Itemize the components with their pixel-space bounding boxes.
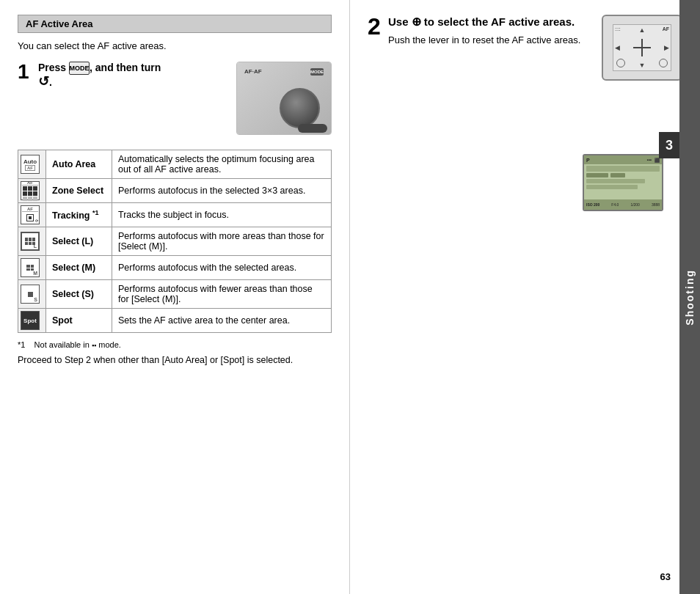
left-panel: AF Active Area You can select the AF act… <box>0 0 350 594</box>
dial-symbol: ↺ <box>38 74 49 89</box>
vf-circle-left <box>616 59 625 67</box>
mode-button: MODE <box>69 62 90 75</box>
step1-container: 1 AF·AF MODE Press MODE, and then turn ↺… <box>18 62 332 139</box>
step2-container: 2 AF :::: ▶ ◀ ▲ ▼ <box>368 15 682 87</box>
zone-select-name: Zone Select <box>46 179 112 203</box>
step1-number: 1 <box>18 62 32 82</box>
section-header: AF Active Area <box>18 15 332 33</box>
select-l-name: Select (L) <box>46 227 112 256</box>
auto-area-icon-cell: Auto AF <box>18 150 46 179</box>
tracking-icon-cell: AF ⟳ <box>18 203 46 227</box>
spot-icon-cell: Spot <box>18 309 46 333</box>
vf-circle-right <box>659 59 668 67</box>
zone-select-icon-cell: AF <box>18 179 46 203</box>
select-l-icon: L <box>21 232 40 251</box>
intro-text: You can select the AF active areas. <box>18 40 332 51</box>
vf-af-label: AF <box>663 26 669 32</box>
viewfinder-image: AF :::: ▶ ◀ ▲ ▼ <box>602 15 682 81</box>
spot-desc: Sets the AF active area to the center ar… <box>112 309 332 333</box>
select-m-icon: M <box>21 258 40 277</box>
select-m-name: Select (M) <box>46 256 112 280</box>
page-number: 63 <box>660 571 671 582</box>
vf-arrow-right: ▶ <box>664 44 669 51</box>
vf-arrow-left: ◀ <box>615 44 620 51</box>
af-modes-table: Auto AF Auto Area Automatically selects … <box>18 150 332 333</box>
spot-name: Spot <box>46 309 112 333</box>
table-row: Auto AF Auto Area Automatically selects … <box>18 150 332 179</box>
vf-dots: :::: <box>615 26 621 32</box>
vf-cross <box>633 39 651 56</box>
footnote: *1 Not available in ▪▪ mode. <box>18 340 332 349</box>
table-row: L Select (L) Performs autofocus with mor… <box>18 227 332 256</box>
select-s-desc: Performs autofocus with fewer areas than… <box>112 280 332 309</box>
step2-number: 2 <box>368 15 382 38</box>
chapter-label: Shooting <box>684 269 696 326</box>
table-row: AF Zone Select Performs autofocus in the… <box>18 179 332 203</box>
auto-area-icon: Auto AF <box>21 155 40 174</box>
section-title: AF Active Area <box>26 18 93 29</box>
zone-select-icon: AF <box>21 181 40 200</box>
select-m-desc: Performs autofocus with the selected are… <box>112 256 332 280</box>
vf-arrow-bottom: ▼ <box>639 62 646 69</box>
auto-area-name: Auto Area <box>46 150 112 179</box>
zone-select-desc: Performs autofocus in the selected 3×3 a… <box>112 179 332 203</box>
select-s-name: Select (S) <box>46 280 112 309</box>
step1-content: AF·AF MODE Press MODE, and then turn ↺. <box>38 62 332 139</box>
table-row: M Select (M) Performs autofocus with the… <box>18 256 332 280</box>
table-row: S Select (S) Performs autofocus with few… <box>18 280 332 309</box>
proceed-text: Proceed to Step 2 when other than [Auto … <box>18 355 332 365</box>
select-s-icon: S <box>21 285 40 304</box>
select-m-icon-cell: M <box>18 256 46 280</box>
tracking-name: Tracking *1 <box>46 203 112 227</box>
right-panel: 2 AF :::: ▶ ◀ ▲ ▼ <box>350 0 700 594</box>
table-row: Spot Spot Sets the AF active area to the… <box>18 309 332 333</box>
spot-icon: Spot <box>21 311 40 330</box>
tracking-desc: Tracks the subject in focus. <box>112 203 332 227</box>
select-s-icon-cell: S <box>18 280 46 309</box>
tracking-icon: AF ⟳ <box>21 205 40 224</box>
tracking-superscript: *1 <box>92 209 99 216</box>
camera-dial-image: AF·AF MODE <box>236 62 332 135</box>
chapter-number-box: 3 <box>659 132 679 158</box>
vf-arrow-top: ▲ <box>639 26 646 34</box>
chapter-number: 3 <box>666 138 673 153</box>
select-l-desc: Performs autofocus with more areas than … <box>112 227 332 256</box>
lcd-screen-image: P ▪▪▪ ⬛ ISO 200 F4.0 1/200 <box>583 147 663 211</box>
table-row: AF ⟳ Tracking *1 Tracks the subject in f… <box>18 203 332 227</box>
side-tab: Shooting <box>679 0 700 594</box>
step2-content: AF :::: ▶ ◀ ▲ ▼ Use ⊕ to select the AF a… <box>388 15 682 87</box>
select-l-icon-cell: L <box>18 227 46 256</box>
auto-area-desc: Automatically selects the optimum focusi… <box>112 150 332 179</box>
